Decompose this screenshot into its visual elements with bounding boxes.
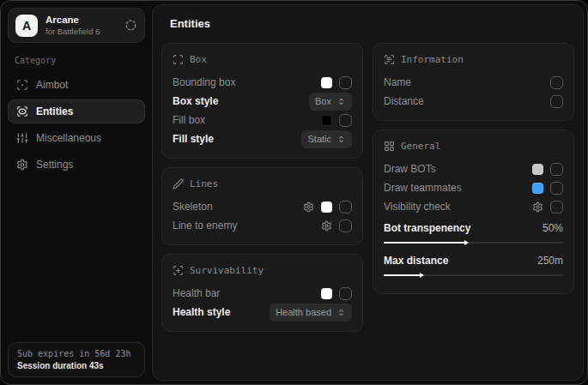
setting-label: Box style bbox=[173, 95, 218, 107]
gear-icon[interactable] bbox=[532, 202, 543, 213]
brand-card: A Arcane for Battlefield 6 bbox=[8, 8, 145, 43]
card-header: General bbox=[384, 141, 563, 152]
checkbox[interactable] bbox=[339, 220, 352, 232]
slider-fill[interactable] bbox=[384, 274, 423, 276]
setting-row: Health style Health based bbox=[173, 303, 352, 322]
page-title: Entities bbox=[170, 17, 574, 30]
information-card: Information Name Distance bbox=[373, 43, 574, 121]
slider-fill[interactable] bbox=[384, 242, 468, 244]
color-swatch[interactable] bbox=[321, 202, 332, 213]
color-swatch[interactable] bbox=[321, 77, 332, 88]
chevrons-up-down-icon bbox=[336, 135, 346, 144]
setting-label: Health bar bbox=[173, 287, 220, 299]
app-window: A Arcane for Battlefield 6 Category Aimb… bbox=[0, 0, 588, 385]
row-controls: Box bbox=[309, 93, 352, 111]
select-value: Health based bbox=[276, 307, 331, 317]
setting-row: Health bar bbox=[173, 284, 352, 303]
color-swatch[interactable] bbox=[321, 115, 332, 126]
setting-label: Bounding box bbox=[173, 76, 235, 88]
sidebar-item-entities[interactable]: Entities bbox=[8, 99, 145, 123]
lines-card: Lines Skeleton Line to enemy bbox=[161, 167, 363, 245]
setting-label: Name bbox=[384, 76, 411, 88]
slider-value: 50% bbox=[543, 222, 563, 234]
card-header: Survivability bbox=[173, 265, 352, 276]
card-header: Box bbox=[173, 54, 352, 65]
sidebar: A Arcane for Battlefield 6 Category Aimb… bbox=[1, 1, 152, 384]
setting-row: Visibility check bbox=[384, 197, 563, 216]
color-swatch[interactable] bbox=[321, 288, 332, 299]
sidebar-item-aimbot[interactable]: Aimbot bbox=[8, 73, 145, 97]
sidebar-item-label: Aimbot bbox=[36, 79, 68, 91]
setting-label: Fill style bbox=[173, 133, 214, 145]
box-style-select[interactable]: Box bbox=[309, 93, 352, 111]
bot-transparency-slider[interactable] bbox=[384, 242, 563, 244]
checkbox[interactable] bbox=[339, 201, 352, 214]
scan-text-icon bbox=[384, 54, 395, 65]
setting-row: Name bbox=[384, 73, 563, 92]
brand-text: Arcane for Battlefield 6 bbox=[45, 14, 100, 37]
slider-label: Max distance bbox=[384, 255, 448, 267]
setting-label: Line to enemy bbox=[173, 220, 237, 232]
setting-row: Box style Box bbox=[173, 92, 352, 111]
scan-icon bbox=[173, 54, 184, 65]
select-value: Static bbox=[307, 134, 331, 144]
select-value: Box bbox=[315, 96, 331, 106]
checkbox[interactable] bbox=[550, 201, 563, 214]
card-title: Information bbox=[401, 54, 464, 65]
row-controls bbox=[321, 76, 352, 89]
checkbox[interactable] bbox=[550, 76, 563, 89]
checkbox[interactable] bbox=[550, 95, 563, 108]
slider-value: 250m bbox=[537, 255, 563, 267]
fill-style-select[interactable]: Static bbox=[301, 130, 352, 148]
subscription-card: Sub expires in 56d 23h Session duration … bbox=[8, 342, 145, 377]
chevrons-up-down-icon bbox=[336, 97, 346, 106]
scan-plus-icon bbox=[173, 265, 184, 276]
setting-label: Draw BOTs bbox=[384, 163, 436, 175]
max-distance-slider[interactable] bbox=[384, 274, 563, 276]
setting-label: Skeleton bbox=[173, 201, 213, 213]
setting-row: Fill box bbox=[173, 111, 352, 129]
left-column: Box Bounding box Box style bbox=[161, 43, 363, 332]
gear-icon bbox=[16, 159, 28, 171]
slider-label-row: Bot transpenency 50% bbox=[384, 219, 563, 237]
row-controls bbox=[321, 114, 352, 127]
pencil-icon bbox=[173, 178, 184, 189]
brand-subtitle: for Battlefield 6 bbox=[45, 27, 100, 37]
gear-icon[interactable] bbox=[303, 202, 314, 213]
row-controls bbox=[321, 220, 352, 232]
color-swatch[interactable] bbox=[532, 164, 543, 175]
brand-name: Arcane bbox=[45, 14, 100, 27]
sidebar-item-settings[interactable]: Settings bbox=[8, 153, 145, 177]
checkbox[interactable] bbox=[550, 163, 563, 176]
setting-label: Visibility check bbox=[384, 201, 451, 213]
chevrons-up-down-icon bbox=[336, 308, 346, 317]
sidebar-item-miscellaneous[interactable]: Miscellaneous bbox=[8, 126, 145, 150]
checkbox[interactable] bbox=[339, 287, 352, 300]
sub-expires-text: Sub expires in 56d 23h bbox=[17, 349, 136, 358]
row-controls bbox=[532, 201, 563, 214]
setting-label: Distance bbox=[384, 95, 424, 107]
slider-label-row: Max distance 250m bbox=[384, 251, 563, 269]
card-header: Information bbox=[384, 54, 563, 65]
category-label: Category bbox=[15, 56, 138, 65]
card-title: Box bbox=[190, 54, 207, 65]
content-panel: Entities Box Bounding box bbox=[152, 4, 584, 381]
health-style-select[interactable]: Health based bbox=[270, 304, 352, 322]
card-columns: Box Bounding box Box style bbox=[161, 43, 574, 332]
dashed-circle-icon[interactable] bbox=[124, 19, 137, 32]
row-controls bbox=[550, 76, 563, 89]
checkbox[interactable] bbox=[339, 114, 352, 127]
slider-label: Bot transpenency bbox=[384, 222, 470, 234]
checkbox[interactable] bbox=[339, 76, 352, 89]
crosshair-icon bbox=[16, 79, 28, 91]
setting-label: Draw teammates bbox=[384, 182, 462, 194]
setting-row: Skeleton bbox=[173, 197, 352, 216]
box-card: Box Bounding box Box style bbox=[161, 43, 363, 159]
sidebar-nav: Aimbot Entities Miscellaneous Settings bbox=[8, 73, 145, 177]
color-swatch[interactable] bbox=[532, 183, 543, 194]
row-controls bbox=[303, 201, 352, 214]
gear-icon[interactable] bbox=[321, 220, 332, 232]
checkbox[interactable] bbox=[550, 182, 563, 195]
right-column: Information Name Distance bbox=[373, 43, 574, 294]
scan-eye-icon bbox=[16, 105, 28, 117]
